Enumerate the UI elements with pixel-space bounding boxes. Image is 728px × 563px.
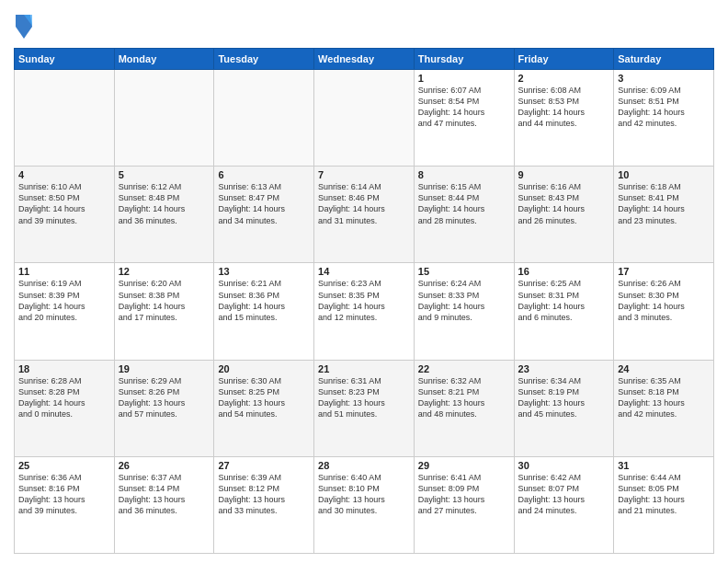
logo — [14, 13, 34, 40]
calendar-cell: 25Sunrise: 6:36 AM Sunset: 8:16 PM Dayli… — [15, 456, 115, 553]
day-number: 2 — [518, 73, 610, 84]
day-number: 16 — [518, 266, 610, 277]
calendar-cell: 22Sunrise: 6:32 AM Sunset: 8:21 PM Dayli… — [414, 360, 514, 456]
day-info: Sunrise: 6:08 AM Sunset: 8:53 PM Dayligh… — [518, 85, 610, 130]
calendar-cell: 16Sunrise: 6:25 AM Sunset: 8:31 PM Dayli… — [514, 263, 614, 360]
day-info: Sunrise: 6:23 AM Sunset: 8:35 PM Dayligh… — [318, 278, 410, 323]
day-info: Sunrise: 6:19 AM Sunset: 8:39 PM Dayligh… — [18, 278, 110, 323]
day-info: Sunrise: 6:34 AM Sunset: 8:19 PM Dayligh… — [518, 375, 610, 420]
day-number: 12 — [119, 266, 210, 277]
header — [14, 9, 714, 40]
day-number: 3 — [618, 73, 710, 84]
calendar-cell: 2Sunrise: 6:08 AM Sunset: 8:53 PM Daylig… — [514, 70, 614, 167]
day-number: 24 — [618, 363, 710, 374]
day-number: 11 — [18, 266, 110, 277]
day-number: 10 — [618, 169, 710, 180]
day-number: 27 — [218, 460, 310, 471]
calendar-cell: 17Sunrise: 6:26 AM Sunset: 8:30 PM Dayli… — [614, 263, 714, 360]
day-number: 25 — [18, 460, 110, 471]
calendar-cell: 7Sunrise: 6:14 AM Sunset: 8:46 PM Daylig… — [314, 167, 415, 263]
calendar-week-row: 11Sunrise: 6:19 AM Sunset: 8:39 PM Dayli… — [15, 263, 714, 360]
day-info: Sunrise: 6:24 AM Sunset: 8:33 PM Dayligh… — [418, 278, 510, 323]
day-number: 14 — [318, 266, 410, 277]
day-number: 28 — [318, 460, 410, 471]
day-info: Sunrise: 6:37 AM Sunset: 8:14 PM Dayligh… — [119, 472, 210, 517]
day-info: Sunrise: 6:26 AM Sunset: 8:30 PM Dayligh… — [618, 278, 710, 323]
calendar-cell: 18Sunrise: 6:28 AM Sunset: 8:28 PM Dayli… — [15, 360, 115, 456]
weekday-header: Saturday — [614, 49, 714, 70]
day-info: Sunrise: 6:36 AM Sunset: 8:16 PM Dayligh… — [18, 472, 110, 517]
day-number: 29 — [418, 460, 510, 471]
day-info: Sunrise: 6:12 AM Sunset: 8:48 PM Dayligh… — [119, 181, 210, 226]
calendar-cell: 4Sunrise: 6:10 AM Sunset: 8:50 PM Daylig… — [15, 167, 115, 263]
calendar-cell: 28Sunrise: 6:40 AM Sunset: 8:10 PM Dayli… — [314, 456, 415, 553]
day-info: Sunrise: 6:35 AM Sunset: 8:18 PM Dayligh… — [618, 375, 710, 420]
calendar-cell: 6Sunrise: 6:13 AM Sunset: 8:47 PM Daylig… — [214, 167, 314, 263]
calendar-cell: 23Sunrise: 6:34 AM Sunset: 8:19 PM Dayli… — [514, 360, 614, 456]
day-number: 9 — [518, 169, 610, 180]
day-info: Sunrise: 6:41 AM Sunset: 8:09 PM Dayligh… — [418, 472, 510, 517]
weekday-header: Tuesday — [214, 49, 314, 70]
day-info: Sunrise: 6:18 AM Sunset: 8:41 PM Dayligh… — [618, 181, 710, 226]
calendar-cell: 9Sunrise: 6:16 AM Sunset: 8:43 PM Daylig… — [514, 167, 614, 263]
weekday-header: Wednesday — [314, 49, 415, 70]
day-info: Sunrise: 6:15 AM Sunset: 8:44 PM Dayligh… — [418, 181, 510, 226]
weekday-header: Sunday — [15, 49, 115, 70]
day-info: Sunrise: 6:40 AM Sunset: 8:10 PM Dayligh… — [318, 472, 410, 517]
day-info: Sunrise: 6:07 AM Sunset: 8:54 PM Dayligh… — [418, 85, 510, 130]
calendar-cell: 20Sunrise: 6:30 AM Sunset: 8:25 PM Dayli… — [214, 360, 314, 456]
day-info: Sunrise: 6:10 AM Sunset: 8:50 PM Dayligh… — [18, 181, 110, 226]
day-info: Sunrise: 6:44 AM Sunset: 8:05 PM Dayligh… — [618, 472, 710, 517]
calendar-cell: 13Sunrise: 6:21 AM Sunset: 8:36 PM Dayli… — [214, 263, 314, 360]
day-info: Sunrise: 6:14 AM Sunset: 8:46 PM Dayligh… — [318, 181, 410, 226]
day-number: 22 — [418, 363, 510, 374]
day-number: 4 — [18, 169, 110, 180]
weekday-header: Monday — [114, 49, 214, 70]
weekday-header: Thursday — [414, 49, 514, 70]
calendar-cell: 8Sunrise: 6:15 AM Sunset: 8:44 PM Daylig… — [414, 167, 514, 263]
day-number: 15 — [418, 266, 510, 277]
day-info: Sunrise: 6:09 AM Sunset: 8:51 PM Dayligh… — [618, 85, 710, 130]
day-info: Sunrise: 6:13 AM Sunset: 8:47 PM Dayligh… — [218, 181, 310, 226]
calendar-cell — [314, 70, 415, 167]
day-info: Sunrise: 6:32 AM Sunset: 8:21 PM Dayligh… — [418, 375, 510, 420]
calendar-cell: 21Sunrise: 6:31 AM Sunset: 8:23 PM Dayli… — [314, 360, 415, 456]
day-number: 1 — [418, 73, 510, 84]
calendar-cell: 30Sunrise: 6:42 AM Sunset: 8:07 PM Dayli… — [514, 456, 614, 553]
day-number: 23 — [518, 363, 610, 374]
calendar-cell — [114, 70, 214, 167]
day-info: Sunrise: 6:30 AM Sunset: 8:25 PM Dayligh… — [218, 375, 310, 420]
calendar-header-row: SundayMondayTuesdayWednesdayThursdayFrid… — [15, 49, 714, 70]
day-number: 26 — [119, 460, 210, 471]
calendar-cell: 29Sunrise: 6:41 AM Sunset: 8:09 PM Dayli… — [414, 456, 514, 553]
calendar-week-row: 25Sunrise: 6:36 AM Sunset: 8:16 PM Dayli… — [15, 456, 714, 553]
page: SundayMondayTuesdayWednesdayThursdayFrid… — [0, 0, 728, 563]
calendar-cell: 12Sunrise: 6:20 AM Sunset: 8:38 PM Dayli… — [114, 263, 214, 360]
day-info: Sunrise: 6:21 AM Sunset: 8:36 PM Dayligh… — [218, 278, 310, 323]
day-number: 7 — [318, 169, 410, 180]
calendar-cell: 27Sunrise: 6:39 AM Sunset: 8:12 PM Dayli… — [214, 456, 314, 553]
day-info: Sunrise: 6:20 AM Sunset: 8:38 PM Dayligh… — [119, 278, 210, 323]
calendar-cell: 10Sunrise: 6:18 AM Sunset: 8:41 PM Dayli… — [614, 167, 714, 263]
calendar-cell: 19Sunrise: 6:29 AM Sunset: 8:26 PM Dayli… — [114, 360, 214, 456]
calendar-cell: 1Sunrise: 6:07 AM Sunset: 8:54 PM Daylig… — [414, 70, 514, 167]
day-number: 19 — [119, 363, 210, 374]
day-info: Sunrise: 6:28 AM Sunset: 8:28 PM Dayligh… — [18, 375, 110, 420]
day-number: 20 — [218, 363, 310, 374]
calendar-cell: 24Sunrise: 6:35 AM Sunset: 8:18 PM Dayli… — [614, 360, 714, 456]
calendar-cell: 26Sunrise: 6:37 AM Sunset: 8:14 PM Dayli… — [114, 456, 214, 553]
day-info: Sunrise: 6:31 AM Sunset: 8:23 PM Dayligh… — [318, 375, 410, 420]
day-info: Sunrise: 6:39 AM Sunset: 8:12 PM Dayligh… — [218, 472, 310, 517]
calendar-cell: 11Sunrise: 6:19 AM Sunset: 8:39 PM Dayli… — [15, 263, 115, 360]
calendar-table: SundayMondayTuesdayWednesdayThursdayFrid… — [14, 48, 714, 554]
weekday-header: Friday — [514, 49, 614, 70]
day-info: Sunrise: 6:16 AM Sunset: 8:43 PM Dayligh… — [518, 181, 610, 226]
calendar-cell: 5Sunrise: 6:12 AM Sunset: 8:48 PM Daylig… — [114, 167, 214, 263]
day-info: Sunrise: 6:42 AM Sunset: 8:07 PM Dayligh… — [518, 472, 610, 517]
day-number: 6 — [218, 169, 310, 180]
calendar-cell — [214, 70, 314, 167]
calendar-cell: 31Sunrise: 6:44 AM Sunset: 8:05 PM Dayli… — [614, 456, 714, 553]
calendar-cell — [15, 70, 115, 167]
calendar-week-row: 18Sunrise: 6:28 AM Sunset: 8:28 PM Dayli… — [15, 360, 714, 456]
day-number: 5 — [119, 169, 210, 180]
